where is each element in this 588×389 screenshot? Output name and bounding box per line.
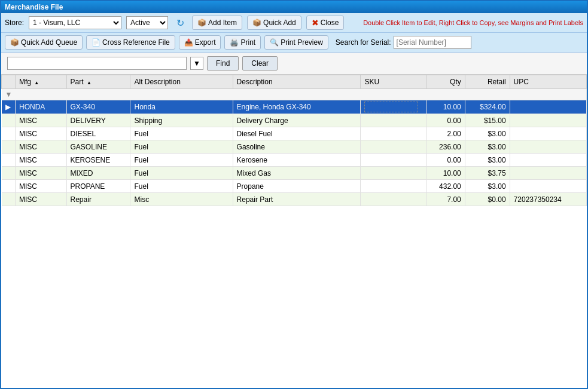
print-preview-button[interactable]: 🔍 Print Preview bbox=[264, 35, 328, 50]
hint-text: Double Click Item to Edit, Right Click t… bbox=[363, 19, 583, 26]
table-cell: DIESEL bbox=[66, 127, 130, 140]
table-cell: Delivery Charge bbox=[233, 114, 361, 127]
table-cell: Gasoline bbox=[233, 140, 361, 154]
col-sku[interactable]: SKU bbox=[361, 75, 426, 89]
table-cell bbox=[510, 180, 586, 193]
table-cell: $3.00 bbox=[465, 180, 510, 193]
table-cell: Shipping bbox=[130, 114, 233, 127]
table-cell: Kerosene bbox=[233, 154, 361, 167]
search-area: Search for Serial: bbox=[336, 36, 471, 49]
quick-add-icon: 📦 bbox=[252, 19, 261, 27]
close-label: Close bbox=[321, 19, 339, 27]
table-cell: Fuel bbox=[130, 180, 233, 193]
close-icon: ✖ bbox=[312, 18, 319, 27]
table-cell: $3.00 bbox=[465, 154, 510, 167]
table-cell: Propane bbox=[233, 180, 361, 193]
table-cell bbox=[361, 154, 426, 167]
col-upc[interactable]: UPC bbox=[510, 75, 586, 89]
table-cell: 10.00 bbox=[426, 100, 465, 114]
table-cell: $324.00 bbox=[465, 100, 510, 114]
table-cell: Mixed Gas bbox=[233, 167, 361, 180]
table-cell: GX-340 bbox=[66, 100, 130, 114]
col-altdesc[interactable]: Alt Description bbox=[130, 75, 233, 89]
table-cell: Honda bbox=[130, 100, 233, 114]
col-part[interactable]: Part ▲ bbox=[66, 75, 130, 89]
merchandise-table: Mfg ▲ Part ▲ Alt Description Description… bbox=[1, 75, 587, 206]
filter-input[interactable] bbox=[7, 57, 187, 70]
table-row[interactable]: ▶HONDAGX-340HondaEngine, Honda GX-34010.… bbox=[2, 100, 587, 114]
add-item-label: Add Item bbox=[208, 19, 237, 27]
table-cell bbox=[361, 180, 426, 193]
table-cell: ▶ bbox=[2, 100, 16, 114]
dropdown-arrow-icon: ▼ bbox=[193, 59, 200, 68]
filter-dropdown-button[interactable]: ▼ bbox=[190, 57, 203, 70]
table-cell: MISC bbox=[15, 127, 66, 140]
table-row[interactable]: MISCKEROSENEFuelKerosene0.00$3.00 bbox=[2, 154, 587, 167]
table-cell bbox=[361, 140, 426, 154]
cross-reference-icon: 📄 bbox=[92, 38, 100, 47]
col-desc[interactable]: Description bbox=[233, 75, 361, 89]
sku-input[interactable] bbox=[364, 102, 418, 112]
col-retail[interactable]: Retail bbox=[465, 75, 510, 89]
refresh-icon: ↻ bbox=[176, 17, 184, 29]
table-cell bbox=[361, 114, 426, 127]
col-indicator[interactable] bbox=[2, 75, 16, 89]
table-row[interactable]: MISCMIXEDFuelMixed Gas10.00$3.75 bbox=[2, 167, 587, 180]
export-label: Export bbox=[195, 38, 216, 47]
table-cell bbox=[510, 114, 586, 127]
table-cell: Repair Part bbox=[233, 193, 361, 206]
table-cell: Fuel bbox=[130, 167, 233, 180]
quick-add-queue-button[interactable]: 📦 Quick Add Queue bbox=[5, 35, 83, 50]
table-cell: Diesel Fuel bbox=[233, 127, 361, 140]
print-label: Print bbox=[240, 38, 255, 47]
mfg-sort-icon: ▲ bbox=[34, 80, 39, 85]
table-cell: Fuel bbox=[130, 154, 233, 167]
table-cell: MISC bbox=[15, 154, 66, 167]
table-cell bbox=[510, 127, 586, 140]
export-icon: 📤 bbox=[184, 38, 193, 47]
table-cell: MISC bbox=[15, 140, 66, 154]
table-cell: 10.00 bbox=[426, 167, 465, 180]
table-row[interactable]: MISCGASOLINEFuelGasoline236.00$3.00 bbox=[2, 140, 587, 154]
table-cell bbox=[510, 167, 586, 180]
table-cell bbox=[510, 100, 586, 114]
export-button[interactable]: 📤 Export bbox=[179, 35, 221, 50]
cross-reference-label: Cross Reference File bbox=[102, 38, 170, 47]
col-qty[interactable]: Qty bbox=[426, 75, 465, 89]
find-button[interactable]: Find bbox=[207, 56, 239, 71]
quick-add-button[interactable]: 📦 Quick Add bbox=[247, 16, 301, 30]
table-cell: 7.00 bbox=[426, 193, 465, 206]
table-body: ▶HONDAGX-340HondaEngine, Honda GX-34010.… bbox=[2, 100, 587, 206]
table-cell: MISC bbox=[15, 180, 66, 193]
table-cell bbox=[2, 167, 16, 180]
table-cell: Repair bbox=[66, 193, 130, 206]
table-row[interactable]: MISCDELIVERYShippingDelivery Charge0.00$… bbox=[2, 114, 587, 127]
table-cell bbox=[510, 154, 586, 167]
table-cell bbox=[2, 193, 16, 206]
close-button[interactable]: ✖ Close bbox=[306, 16, 345, 30]
table-header-row: Mfg ▲ Part ▲ Alt Description Description… bbox=[2, 75, 587, 89]
table-cell bbox=[2, 180, 16, 193]
table-cell: Engine, Honda GX-340 bbox=[233, 100, 361, 114]
table-row[interactable]: MISCDIESELFuelDiesel Fuel2.00$3.00 bbox=[2, 127, 587, 140]
filter-row: ▼ Find Clear bbox=[1, 53, 587, 75]
print-button[interactable]: 🖨️ Print bbox=[224, 35, 261, 50]
add-item-button[interactable]: 📦 Add Item bbox=[192, 16, 242, 30]
table-cell: Fuel bbox=[130, 127, 233, 140]
filter-icon-row: ▼ bbox=[2, 89, 587, 100]
table-cell bbox=[361, 193, 426, 206]
filter-funnel-icon: ▼ bbox=[5, 90, 13, 99]
cross-reference-button[interactable]: 📄 Cross Reference File bbox=[86, 35, 175, 50]
refresh-button[interactable]: ↻ bbox=[173, 16, 187, 30]
col-mfg[interactable]: Mfg ▲ bbox=[15, 75, 66, 89]
search-serial-input[interactable] bbox=[394, 36, 471, 49]
status-select[interactable]: Active bbox=[126, 16, 168, 29]
table-row[interactable]: MISCRepairMiscRepair Part7.00$0.00720237… bbox=[2, 193, 587, 206]
table-cell: $3.00 bbox=[465, 140, 510, 154]
store-select[interactable]: 1 - Visum, LLC bbox=[29, 16, 121, 29]
table-cell bbox=[361, 100, 426, 114]
quick-add-label: Quick Add bbox=[263, 19, 296, 27]
clear-button[interactable]: Clear bbox=[242, 56, 278, 71]
table-row[interactable]: MISCPROPANEFuelPropane432.00$3.00 bbox=[2, 180, 587, 193]
table-cell bbox=[2, 154, 16, 167]
